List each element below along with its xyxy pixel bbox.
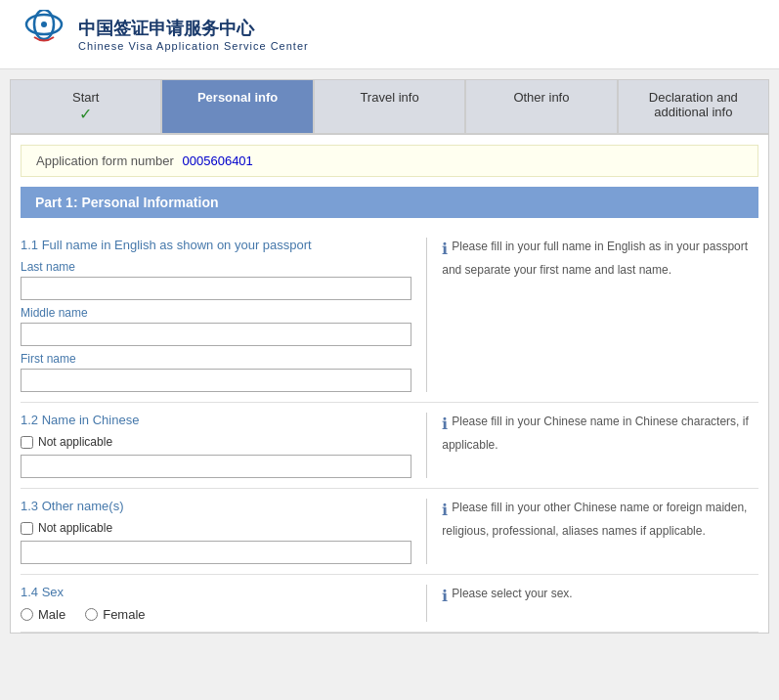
svg-point-2 [41,22,47,27]
section-1-1: 1.1 Full name in English as shown on you… [21,228,758,403]
radio-male[interactable]: Male [21,607,65,622]
logo-text: 中国签证申请服务中心 Chinese Visa Application Serv… [78,17,309,52]
section-1-2-title: 1.2 Name in Chinese [21,413,411,427]
tab-start-checkmark: ✓ [16,105,155,123]
section-1-3: 1.3 Other name(s) Not applicable ℹPlease… [21,489,758,575]
radio-female-input[interactable] [85,608,98,621]
info-icon-1-2: ℹ [442,413,448,436]
part1-header: Part 1: Personal Information [21,187,758,218]
section-1-3-left: 1.3 Other name(s) Not applicable [21,499,426,564]
app-number-bar: Application form number 0005606401 [21,145,758,177]
checkbox-label-1-2: Not applicable [38,435,112,449]
header: 中国签证申请服务中心 Chinese Visa Application Serv… [0,0,779,69]
checkbox-label-1-3: Not applicable [38,521,112,535]
radio-male-input[interactable] [21,608,33,621]
radio-female[interactable]: Female [85,607,145,622]
label-middle-name: Middle name [21,306,411,320]
radio-male-label: Male [38,607,65,622]
logo-cn: 中国签证申请服务中心 [78,17,309,40]
input-chinese-name[interactable] [21,455,411,478]
form-area: Application form number 0005606401 Part … [10,134,769,634]
section-1-4: 1.4 Sex Male Female ℹPlease select your … [21,575,758,633]
input-first-name[interactable] [21,369,411,392]
sex-radio-row: Male Female [21,607,411,622]
tab-travel[interactable]: Travel info [314,79,465,134]
tab-declaration-label: Declaration and additional info [649,90,738,119]
main-container: Start ✓ Personal info Travel info Other … [0,69,779,643]
section-1-3-title: 1.3 Other name(s) [21,499,411,513]
checkbox-row-1-3: Not applicable [21,521,411,535]
radio-female-label: Female [103,607,145,622]
tab-other-label: Other info [513,90,569,105]
logo-en: Chinese Visa Application Service Center [78,40,309,52]
tab-other[interactable]: Other info [465,79,617,134]
checkbox-not-applicable-1-3[interactable] [21,522,33,535]
section-1-2-left: 1.2 Name in Chinese Not applicable [21,413,426,478]
app-number-label: Application form number [36,153,174,168]
label-first-name: First name [21,352,411,366]
section-1-4-title: 1.4 Sex [21,585,411,599]
input-last-name[interactable] [21,277,411,300]
section-1-4-left: 1.4 Sex Male Female [21,585,426,622]
section-1-4-hint: ℹPlease select your sex. [426,585,758,622]
checkbox-row-1-2: Not applicable [21,435,411,449]
label-last-name: Last name [21,260,411,274]
input-middle-name[interactable] [21,323,411,346]
checkbox-not-applicable-1-2[interactable] [21,436,33,449]
tab-bar: Start ✓ Personal info Travel info Other … [10,79,769,134]
tab-personal[interactable]: Personal info [161,79,313,134]
section-1-3-hint: ℹPlease fill in your other Chinese name … [426,499,758,564]
tab-start-label: Start [72,90,99,105]
info-icon-1-4: ℹ [442,585,448,608]
tab-start[interactable]: Start ✓ [10,79,161,134]
info-icon-1-3: ℹ [442,499,448,522]
tab-travel-label: Travel info [360,90,418,105]
input-other-name[interactable] [21,541,411,564]
tab-personal-label: Personal info [197,90,278,105]
logo-icon [20,10,68,59]
section-1-1-title: 1.1 Full name in English as shown on you… [21,238,411,252]
app-number-value: 0005606401 [183,153,253,168]
section-1-2: 1.2 Name in Chinese Not applicable ℹPlea… [21,403,758,489]
info-icon-1-1: ℹ [442,238,448,261]
section-1-1-left: 1.1 Full name in English as shown on you… [21,238,426,392]
tab-declaration[interactable]: Declaration and additional info [618,79,769,134]
section-1-2-hint: ℹPlease fill in your Chinese name in Chi… [426,413,758,478]
section-1-1-hint: ℹPlease fill in your full name in Englis… [426,238,758,392]
